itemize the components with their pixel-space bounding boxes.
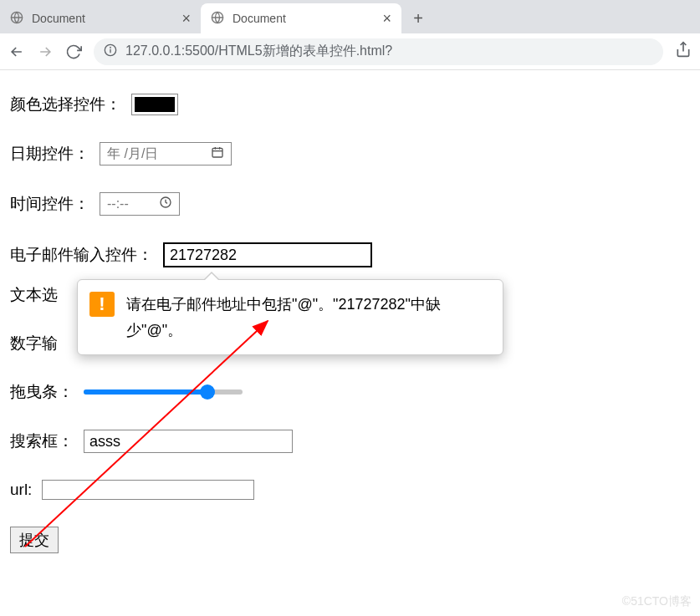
clock-icon[interactable]	[159, 196, 172, 212]
tab-title: Document	[32, 12, 175, 25]
info-icon[interactable]	[104, 43, 117, 60]
slider-row: 拖曳条：	[10, 381, 690, 403]
browser-tab-inactive[interactable]: Document ×	[0, 3, 201, 33]
submit-button[interactable]: 提交	[10, 527, 59, 553]
search-row: 搜索框： asss	[10, 430, 690, 453]
color-label: 颜色选择控件：	[10, 94, 121, 115]
page-content: 颜色选择控件： 日期控件： 年 /月/日 时间控件： --:-- 电子邮件输入控…	[0, 70, 700, 590]
color-row: 颜色选择控件：	[10, 94, 690, 115]
url-text: 127.0.0.1:5500/HTML5新增的表单控件.html?	[125, 43, 392, 60]
time-row: 时间控件： --:--	[10, 192, 690, 216]
date-row: 日期控件： 年 /月/日	[10, 142, 690, 165]
globe-icon	[10, 11, 23, 27]
time-placeholder: --:--	[107, 196, 129, 211]
submit-row: 提交	[10, 527, 690, 553]
search-value: asss	[89, 433, 120, 451]
search-label: 搜索框：	[10, 430, 74, 452]
address-bar[interactable]: 127.0.0.1:5500/HTML5新增的表单控件.html?	[94, 38, 663, 65]
url-row: url:	[10, 480, 690, 500]
browser-tab-strip: Document × Document × +	[0, 0, 700, 33]
validation-tooltip: ! 请在电子邮件地址中包括"@"。"21727282"中缺少"@"。	[77, 279, 503, 355]
calendar-icon[interactable]	[211, 145, 224, 162]
search-input[interactable]: asss	[84, 430, 293, 453]
svg-rect-6	[212, 148, 222, 157]
slider-fill	[84, 389, 207, 395]
time-label: 时间控件：	[10, 193, 89, 215]
color-input[interactable]	[131, 94, 178, 115]
email-label: 电子邮件输入控件：	[10, 244, 153, 266]
range-input[interactable]	[84, 384, 243, 400]
text-select-label: 文本选	[10, 284, 58, 306]
date-input[interactable]: 年 /月/日	[100, 142, 232, 165]
share-icon[interactable]	[675, 41, 692, 62]
url-input[interactable]	[42, 480, 254, 500]
number-label: 数字输	[10, 333, 58, 354]
reload-button[interactable]	[65, 43, 82, 60]
tooltip-message: 请在电子邮件地址中包括"@"。"21727282"中缺少"@"。	[126, 292, 488, 343]
svg-point-4	[110, 47, 111, 48]
watermark: ©51CTO博客	[622, 594, 692, 609]
browser-toolbar: 127.0.0.1:5500/HTML5新增的表单控件.html?	[0, 33, 700, 70]
warning-icon: !	[89, 292, 115, 317]
forward-button[interactable]	[37, 43, 54, 60]
slider-thumb[interactable]	[200, 384, 215, 400]
time-input[interactable]: --:--	[100, 192, 180, 216]
close-icon[interactable]: ×	[181, 10, 191, 28]
browser-tab-active[interactable]: Document ×	[201, 3, 401, 33]
close-icon[interactable]: ×	[382, 10, 391, 28]
slider-label: 拖曳条：	[10, 381, 74, 403]
back-button[interactable]	[8, 43, 25, 60]
email-row: 电子邮件输入控件： 21727282	[10, 242, 690, 267]
url-label: url:	[10, 481, 32, 499]
globe-icon	[211, 11, 224, 27]
date-placeholder: 年 /月/日	[107, 145, 158, 163]
new-tab-button[interactable]: +	[406, 7, 430, 30]
tab-title: Document	[232, 12, 376, 25]
email-input[interactable]: 21727282	[163, 242, 372, 267]
email-value: 21727282	[170, 247, 237, 264]
date-label: 日期控件：	[10, 143, 89, 165]
